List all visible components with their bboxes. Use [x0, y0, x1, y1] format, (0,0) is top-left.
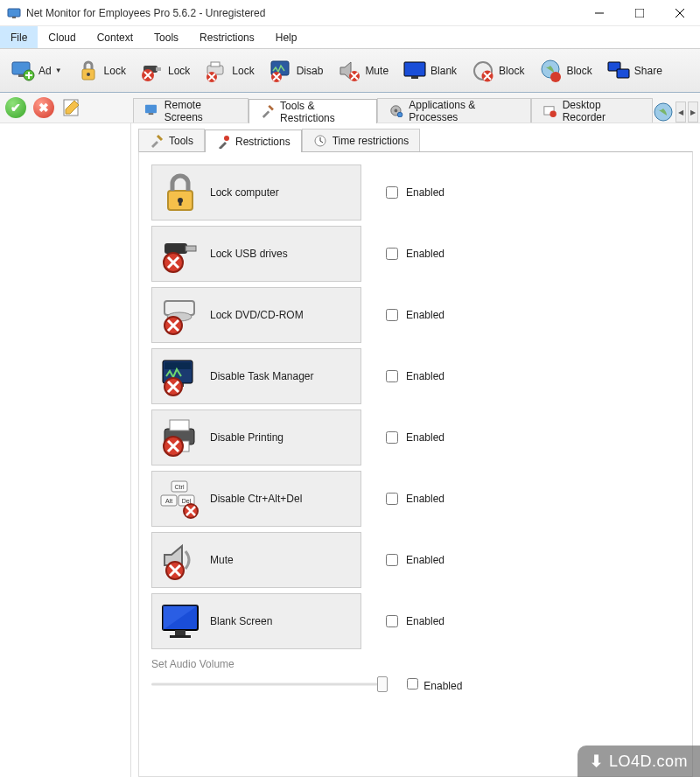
restriction-enable[interactable]: Enabled — [382, 490, 444, 508]
block-globe-icon — [538, 59, 563, 83]
tab-desktop-recorder-label: Desktop Recorder — [563, 99, 641, 123]
maximize-button[interactable] — [620, 0, 660, 25]
toolbar-lock-3-label: Lock — [232, 65, 254, 77]
toolbar-block-2-label: Block — [566, 65, 592, 77]
enable-label: Enabled — [406, 615, 444, 627]
menu-tools[interactable]: Tools — [144, 26, 189, 48]
enable-checkbox[interactable] — [386, 186, 398, 199]
restriction-enable[interactable]: Enabled — [382, 245, 444, 262]
app-icon — [7, 6, 21, 20]
tab-scroll-left[interactable]: ◀ — [676, 102, 686, 122]
blank-screen-monitor-icon — [159, 600, 201, 642]
toolbar-disable[interactable]: Disab — [263, 55, 329, 87]
restriction-label: Lock USB drives — [210, 248, 288, 260]
tools-restrictions-icon — [260, 104, 275, 120]
svg-rect-40 — [164, 243, 187, 254]
toolbar-blank-label: Blank — [430, 65, 457, 77]
restriction-card[interactable]: Lock DVD/CD-ROM — [151, 287, 361, 343]
audio-enable[interactable]: Enabled — [403, 676, 462, 692]
enable-checkbox[interactable] — [386, 493, 398, 505]
menu-restrictions[interactable]: Restrictions — [189, 26, 265, 48]
reject-icon[interactable]: ✖ — [33, 97, 54, 118]
tab-remote-screens-label: Remote Screens — [164, 99, 237, 123]
accept-icon[interactable]: ✔ — [5, 97, 26, 118]
menu-file[interactable]: File — [0, 26, 38, 48]
restriction-card[interactable]: Disable Task Manager — [151, 348, 361, 404]
enable-checkbox[interactable] — [386, 370, 398, 382]
restriction-enable[interactable]: Enabled — [382, 306, 444, 324]
enable-label: Enabled — [406, 248, 444, 260]
tab-remote-screens[interactable]: Remote Screens — [133, 98, 248, 122]
restriction-enable[interactable]: Enabled — [382, 184, 444, 201]
toolbar-add[interactable]: Ad ▼ — [5, 55, 67, 87]
slider-thumb[interactable] — [377, 676, 388, 692]
toolbar-share[interactable]: Share — [601, 55, 668, 87]
toolbar-disable-label: Disab — [297, 65, 324, 77]
toolbar-lock-3[interactable]: Lock — [199, 55, 259, 87]
menu-help[interactable]: Help — [265, 26, 308, 48]
subtab-time-restrictions-label: Time restrictions — [332, 135, 410, 147]
restriction-enable[interactable]: Enabled — [382, 551, 444, 569]
apps-processes-icon — [388, 103, 403, 119]
close-button[interactable] — [660, 0, 700, 25]
restriction-card[interactable]: Mute — [151, 532, 361, 588]
subtab-restrictions[interactable]: Restrictions — [205, 130, 302, 152]
mute-icon — [337, 59, 361, 83]
subtab-time-restrictions[interactable]: Time restrictions — [302, 129, 421, 151]
toolbar-add-label: Ad — [38, 65, 52, 77]
restriction-card[interactable]: Lock computer — [151, 164, 361, 220]
subtab-tools-label: Tools — [169, 135, 193, 147]
svg-rect-0 — [8, 9, 20, 17]
svg-rect-5 — [18, 74, 24, 77]
toolbar-lock-2[interactable]: Lock — [135, 55, 195, 87]
toolbar-block-2[interactable]: Block — [533, 55, 597, 87]
svg-rect-13 — [211, 62, 220, 66]
menu-context[interactable]: Context — [87, 26, 144, 48]
tab-desktop-recorder[interactable]: Desktop Recorder — [531, 98, 653, 122]
toolbar-mute[interactable]: Mute — [332, 55, 394, 87]
toolbar-blank[interactable]: Blank — [397, 55, 462, 87]
title-bar: Net Monitor for Employees Pro 5.6.2 - Un… — [0, 0, 700, 26]
restriction-card[interactable]: Blank Screen — [151, 593, 361, 649]
enable-label: Enabled — [406, 431, 444, 444]
enable-checkbox[interactable] — [386, 615, 398, 627]
enable-checkbox[interactable] — [386, 554, 398, 566]
globe-icon[interactable] — [653, 102, 674, 122]
lock-usb-icon — [140, 59, 164, 83]
toolbar-lock-1[interactable]: Lock — [71, 55, 131, 87]
restriction-label: Disable Printing — [210, 431, 284, 444]
restriction-enable[interactable]: Enabled — [382, 368, 444, 385]
notes-icon[interactable] — [61, 97, 82, 118]
restriction-label: Mute — [210, 554, 234, 566]
restriction-enable[interactable]: Enabled — [382, 612, 444, 630]
tools-icon — [150, 134, 164, 148]
enable-label: Enabled — [406, 186, 444, 199]
restriction-card[interactable]: CtrlAltDel Disable Ctr+Alt+Del — [151, 471, 361, 527]
restriction-disable-cad: CtrlAltDel Disable Ctr+Alt+Del Enabled — [151, 471, 680, 527]
svg-rect-64 — [175, 630, 186, 635]
restriction-enable[interactable]: Enabled — [382, 429, 444, 446]
enable-label: Enabled — [406, 370, 444, 382]
audio-volume-slider[interactable] — [151, 677, 388, 691]
download-icon: ⬇ — [590, 752, 604, 771]
svg-rect-51 — [170, 420, 189, 430]
clock-icon — [313, 134, 327, 148]
tab-scroll-right[interactable]: ▶ — [688, 102, 698, 122]
restriction-card[interactable]: Disable Printing — [151, 410, 361, 466]
minimize-button[interactable] — [579, 0, 620, 25]
svg-rect-39 — [179, 200, 182, 206]
ctrl-alt-del-icon: CtrlAltDel — [159, 478, 201, 520]
menu-cloud[interactable]: Cloud — [38, 26, 86, 48]
toolbar-block-1[interactable]: Block — [466, 55, 529, 87]
restriction-card[interactable]: Lock USB drives — [151, 226, 361, 282]
enable-checkbox[interactable] — [407, 678, 418, 690]
main-tab-strip: Remote Screens Tools & Restrictions Appl… — [131, 93, 700, 122]
enable-checkbox[interactable] — [386, 248, 398, 260]
tab-apps-processes[interactable]: Applications & Processes — [377, 98, 530, 122]
enable-checkbox[interactable] — [386, 431, 398, 444]
enable-checkbox[interactable] — [386, 309, 398, 321]
subtab-tools[interactable]: Tools — [138, 129, 205, 151]
restriction-label: Lock DVD/CD-ROM — [210, 309, 304, 321]
subtab-restrictions-label: Restrictions — [235, 136, 290, 148]
tab-tools-restrictions[interactable]: Tools & Restrictions — [248, 99, 377, 123]
